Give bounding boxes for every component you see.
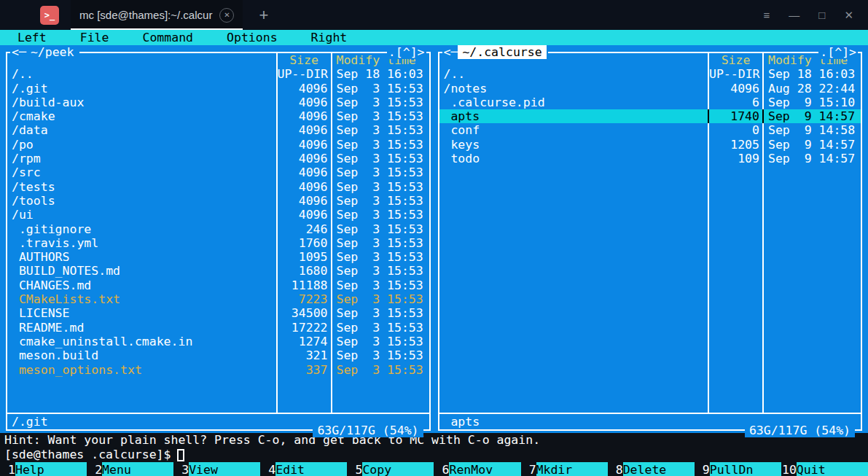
file-row[interactable]: .calcurse.pid6Sep 9 15:10 (439, 95, 861, 109)
terminal-tab[interactable]: mc [sde@thames]:~/.calcur ✕ (71, 0, 243, 30)
file-name: /rpm (7, 152, 276, 165)
file-mtime: Sep 3 15:53 (331, 138, 429, 152)
fkey-view[interactable]: 3View (173, 462, 260, 476)
right-file-list: /..UP--DIRSep 18 16:03/notes4096Aug 28 2… (439, 67, 861, 413)
menu-item-left[interactable]: Left (17, 30, 47, 45)
left-panel-nav-buttons[interactable]: .[^]> (387, 45, 426, 59)
fkey-label: Mkdir (536, 462, 608, 476)
file-size: 4096 (276, 82, 331, 95)
file-row[interactable]: todo109Sep 9 14:57 (439, 152, 861, 165)
file-name: /.. (439, 67, 708, 81)
fkey-help[interactable]: 1Help (0, 462, 87, 476)
file-name: meson.build (7, 348, 276, 362)
file-row[interactable]: /rpm4096Sep 3 15:53 (7, 152, 429, 165)
left-panel-title: <─ ~/peek (10, 45, 79, 59)
file-row[interactable]: AUTHORS1095Sep 3 15:53 (7, 250, 429, 264)
column-size[interactable]: Size (708, 53, 762, 67)
fkey-pulldn[interactable]: 9PullDn (695, 462, 781, 476)
file-mtime: Sep 18 16:03 (762, 67, 861, 81)
file-mtime: Sep 3 15:53 (331, 348, 429, 362)
file-row[interactable]: /src4096Sep 3 15:53 (7, 165, 429, 179)
panel-back-arrow[interactable]: <─ (444, 45, 458, 59)
command-prompt[interactable]: [sde@thames .calcurse]$ (0, 448, 868, 462)
left-panel: <─ ~/peek .[^]> .n Name Size Modify time… (6, 52, 431, 431)
right-panel-path[interactable]: ~/.calcurse (458, 45, 546, 59)
file-mtime: Sep 3 15:53 (331, 363, 429, 377)
file-name: todo (439, 152, 708, 165)
file-row[interactable]: .travis.yml1760Sep 3 15:53 (7, 236, 429, 250)
menu-icon[interactable]: ≡ (764, 9, 770, 22)
file-row[interactable]: /po4096Sep 3 15:53 (7, 138, 429, 152)
fkey-number: 3 (173, 462, 189, 476)
file-row[interactable]: meson.build321Sep 3 15:53 (7, 348, 429, 362)
file-size: 1740 (708, 109, 762, 123)
fkey-copy[interactable]: 5Copy (347, 462, 434, 476)
panels: <─ ~/peek .[^]> .n Name Size Modify time… (0, 45, 868, 431)
fkey-edit[interactable]: 4Edit (260, 462, 347, 476)
fkey-delete[interactable]: 8Delete (608, 462, 695, 476)
file-name: /tools (7, 194, 276, 208)
file-mtime: Sep 3 15:53 (331, 194, 429, 208)
menu-item-command[interactable]: Command (143, 30, 194, 45)
panel-back-arrow[interactable]: <─ (12, 45, 26, 59)
file-row[interactable]: CHANGES.md11188Sep 3 15:53 (7, 278, 429, 292)
menu-item-right[interactable]: Right (311, 30, 348, 45)
right-panel-title: <─ ~/.calcurse (442, 45, 548, 59)
file-size: 7223 (276, 292, 331, 306)
file-name: .travis.yml (7, 236, 276, 250)
fkey-number: 7 (521, 462, 536, 476)
file-row[interactable]: /ui4096Sep 3 15:53 (7, 208, 429, 222)
file-name: /.. (7, 67, 276, 81)
file-row[interactable]: /..UP--DIRSep 18 16:03 (7, 67, 429, 81)
left-panel-path[interactable]: ~/peek (26, 45, 79, 59)
fkey-renmov[interactable]: 6RenMov (434, 462, 520, 476)
close-icon[interactable]: ✕ (844, 9, 853, 22)
file-row[interactable]: /build-aux4096Sep 3 15:53 (7, 95, 429, 109)
file-row[interactable]: /tools4096Sep 3 15:53 (7, 194, 429, 208)
tab-close-icon[interactable]: ✕ (219, 8, 234, 23)
file-name: /ui (7, 208, 276, 222)
file-row[interactable]: .gitignore246Sep 3 15:53 (7, 222, 429, 236)
minimize-icon[interactable]: — (789, 9, 799, 22)
new-tab-icon[interactable]: + (259, 6, 268, 25)
file-row[interactable]: CMakeLists.txt7223Sep 3 15:53 (7, 292, 429, 306)
column-size[interactable]: Size (276, 53, 331, 67)
function-key-bar: 1Help2Menu3View4Edit5Copy6RenMov7Mkdir8D… (0, 462, 868, 476)
file-size: 4096 (276, 109, 331, 123)
fkey-mkdir[interactable]: 7Mkdir (521, 462, 608, 476)
file-row[interactable]: BUILD_NOTES.md1680Sep 3 15:53 (7, 264, 429, 278)
file-row[interactable]: /tests4096Sep 3 15:53 (7, 180, 429, 194)
maximize-icon[interactable]: □ (818, 9, 825, 22)
file-mtime: Sep 3 15:53 (331, 123, 429, 137)
right-panel-nav-buttons[interactable]: .[^]> (818, 45, 858, 59)
fkey-quit[interactable]: 10Quit (781, 462, 868, 476)
file-row[interactable]: /.git4096Sep 3 15:53 (7, 82, 429, 95)
file-row[interactable]: meson_options.txt337Sep 3 15:53 (7, 363, 429, 377)
file-row[interactable]: /..UP--DIRSep 18 16:03 (439, 67, 861, 81)
file-row[interactable]: README.md17222Sep 3 15:53 (7, 321, 429, 335)
file-row[interactable]: /data4096Sep 3 15:53 (7, 123, 429, 137)
menu-item-file[interactable]: File (80, 30, 109, 45)
file-row[interactable]: /notes4096Aug 28 22:44 (439, 82, 861, 95)
file-size: 4096 (276, 180, 331, 194)
file-mtime: Sep 9 14:57 (762, 109, 861, 123)
file-row[interactable]: /cmake4096Sep 3 15:53 (7, 109, 429, 123)
file-name: AUTHORS (7, 250, 276, 264)
file-mtime: Sep 3 15:53 (331, 321, 429, 335)
menu-item-options[interactable]: Options (227, 30, 278, 45)
file-size: 4096 (276, 152, 331, 165)
left-free-space: 63G/117G (54%) (313, 424, 423, 437)
file-name: /notes (439, 82, 708, 95)
file-row[interactable]: apts1740Sep 9 14:57 (439, 109, 861, 123)
fkey-menu[interactable]: 2Menu (87, 462, 173, 476)
tab-bar: >_ mc [sde@thames]:~/.calcur ✕ + ≡—□✕ (0, 0, 868, 30)
file-row[interactable]: conf0Sep 9 14:58 (439, 123, 861, 137)
file-mtime: Sep 3 15:53 (331, 180, 429, 194)
file-name: meson_options.txt (7, 363, 276, 377)
file-mtime: Sep 3 15:53 (331, 109, 429, 123)
right-panel: <─ ~/.calcurse .[^]> .n Name Size Modify… (438, 52, 863, 431)
file-row[interactable]: cmake_uninstall.cmake.in1274Sep 3 15:53 (7, 335, 429, 348)
file-row[interactable]: LICENSE34500Sep 3 15:53 (7, 306, 429, 320)
file-name: .calcurse.pid (439, 95, 708, 109)
file-row[interactable]: keys1205Sep 9 14:57 (439, 138, 861, 152)
